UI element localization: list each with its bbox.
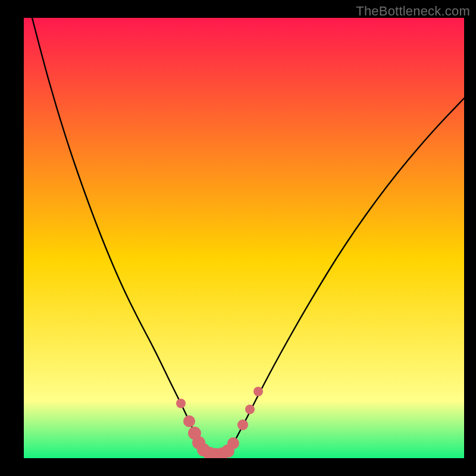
marker-dot — [237, 419, 248, 430]
marker-dot — [245, 405, 255, 414]
gradient-background — [24, 18, 464, 458]
chart-svg — [24, 18, 464, 458]
marker-dot — [176, 399, 186, 408]
marker-dot — [183, 415, 195, 427]
marker-dot — [227, 437, 239, 449]
chart-frame: TheBottleneck.com — [0, 0, 476, 476]
plot-area — [24, 18, 464, 458]
marker-dot — [253, 387, 263, 396]
watermark-text: TheBottleneck.com — [356, 4, 470, 19]
